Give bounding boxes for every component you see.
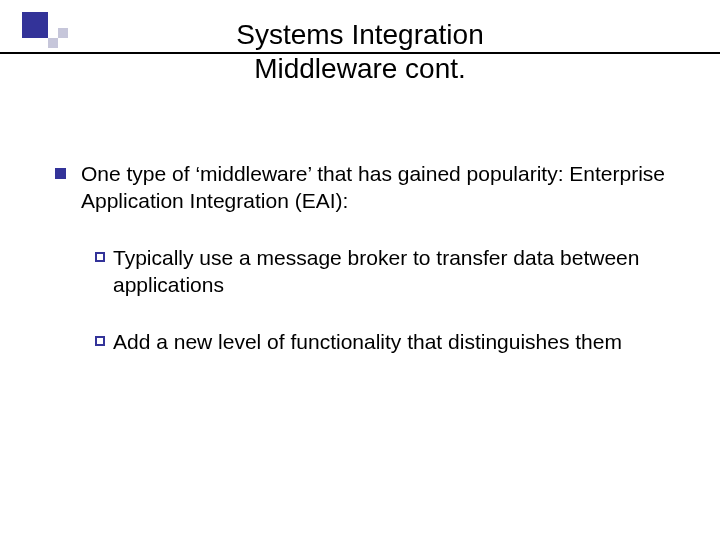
square-bullet-icon xyxy=(55,168,66,179)
title-line-2: Middleware cont. xyxy=(254,53,466,84)
bullet-level2: Typically use a message broker to transf… xyxy=(95,244,680,298)
hollow-square-bullet-icon xyxy=(95,252,105,262)
bullet-level2: Add a new level of functionality that di… xyxy=(95,328,680,355)
slide: Systems Integration Middleware cont. One… xyxy=(0,0,720,540)
bullet-text: Add a new level of functionality that di… xyxy=(113,328,680,355)
bullet-text: Typically use a message broker to transf… xyxy=(113,244,680,298)
bullet-text: One type of ‘middleware’ that has gained… xyxy=(81,160,680,214)
bullet-level1: One type of ‘middleware’ that has gained… xyxy=(55,160,680,214)
slide-title: Systems Integration Middleware cont. xyxy=(0,18,720,86)
title-line-1: Systems Integration xyxy=(236,19,483,50)
slide-body: One type of ‘middleware’ that has gained… xyxy=(55,160,680,385)
hollow-square-bullet-icon xyxy=(95,336,105,346)
